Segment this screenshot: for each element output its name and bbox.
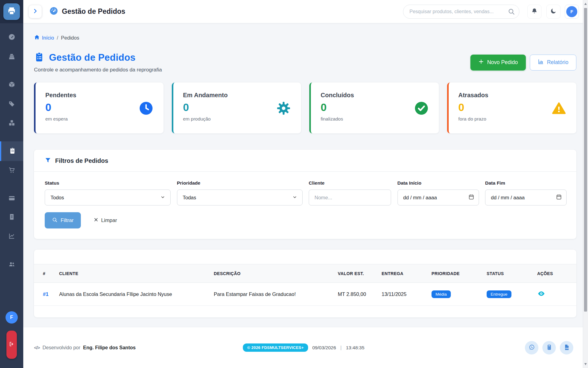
avatar: F — [566, 6, 577, 17]
app-title: Gestão de Pedidos — [62, 7, 125, 16]
content: Início / Pedidos Gestão de Pedidos Contr… — [23, 23, 588, 317]
sidebar-item-reports[interactable] — [0, 229, 23, 244]
moon-icon — [550, 8, 557, 15]
developer-name: Eng. Filipe dos Santos — [83, 345, 136, 351]
gauge-icon — [8, 33, 15, 42]
order-cliente: Alunas da Escola Secundaria FIlipe Jacin… — [59, 283, 214, 306]
app-logo-button[interactable] — [3, 3, 20, 20]
scrollbar-up-arrow[interactable] — [584, 3, 587, 5]
table-header-row: # CLIENTE DESCRIÇÃO VALOR EST. ENTREGA P… — [34, 264, 576, 283]
plus-icon — [478, 59, 484, 66]
scrollbar-down-arrow[interactable] — [584, 363, 587, 365]
app-screen: F Gestão de Pedidos — [0, 0, 588, 368]
stat-value: 0 — [458, 101, 567, 113]
clipboard-icon — [34, 52, 44, 63]
sidebar-item-sales[interactable] — [0, 163, 23, 178]
sidebar-item-customers[interactable] — [0, 257, 23, 272]
sidebar-item-products[interactable] — [0, 77, 23, 93]
sidebar-item-tags[interactable] — [0, 97, 23, 112]
filter-button[interactable]: Filtrar — [45, 212, 81, 228]
boxes-icon — [8, 119, 15, 128]
scrollbar-thumb[interactable] — [584, 8, 587, 312]
search-input[interactable] — [403, 5, 519, 19]
box-icon — [8, 81, 15, 89]
col-status: STATUS — [487, 264, 537, 283]
user-menu-button[interactable]: F — [565, 5, 579, 19]
stat-card-em-andamento: Em Andamento 0 em produção — [172, 82, 301, 133]
date-end-input[interactable]: dd / mm / aaaa — [485, 190, 567, 205]
code-icon: </> — [34, 345, 40, 350]
col-valor: VALOR EST. — [338, 264, 382, 283]
sidebar-item-orders[interactable] — [0, 141, 23, 161]
gear-icon — [277, 101, 291, 115]
page-title: Gestão de Pedidos — [49, 52, 135, 63]
stat-value: 0 — [45, 101, 154, 113]
chevron-right-icon — [32, 8, 38, 15]
orders-table-card: # CLIENTE DESCRIÇÃO VALOR EST. ENTREGA P… — [34, 250, 576, 317]
printer-icon — [7, 6, 16, 17]
col-prioridade: PRIORIDADE — [432, 264, 487, 283]
sidebar-item-categories[interactable] — [0, 116, 23, 131]
date-start-input[interactable]: dd / mm / aaaa — [398, 190, 479, 205]
whatsapp-icon — [529, 344, 535, 351]
view-order-button[interactable] — [537, 290, 545, 298]
export-pdf-button[interactable]: PDF — [560, 341, 573, 355]
logout-button[interactable] — [6, 331, 17, 359]
calculator-button[interactable] — [542, 341, 556, 355]
stat-caption: em produção — [183, 116, 292, 122]
users-icon — [8, 261, 15, 269]
priority-badge: Média — [432, 290, 451, 298]
priority-select[interactable]: Todas — [177, 190, 303, 205]
sidebar-item-payments[interactable] — [0, 191, 23, 206]
status-select[interactable]: Todos — [45, 190, 171, 205]
status-label: Status — [45, 180, 171, 186]
date-end-label: Data Fim — [485, 180, 567, 186]
sidebar-item-dashboard[interactable] — [0, 30, 23, 45]
file-pdf-icon: PDF — [564, 344, 570, 351]
page-footer: </> Desenvolvido por Eng. Filipe dos San… — [23, 327, 588, 368]
breadcrumb-home-link[interactable]: Início — [34, 34, 54, 41]
report-button[interactable]: Relatório — [530, 55, 576, 71]
client-label: Cliente — [309, 180, 391, 186]
svg-text:PDF: PDF — [565, 347, 569, 349]
calendar-icon[interactable] — [556, 194, 562, 201]
credit-card-icon — [8, 195, 15, 203]
close-icon — [94, 217, 98, 224]
calculator-icon — [546, 344, 552, 351]
col-entrega: ENTREGA — [382, 264, 432, 283]
home-icon — [34, 34, 40, 41]
vertical-scrollbar[interactable] — [583, 0, 588, 368]
stat-value: 0 — [321, 101, 429, 113]
calendar-icon[interactable] — [468, 194, 474, 201]
bar-chart-icon — [538, 59, 544, 66]
stat-caption: fora do prazo — [458, 116, 567, 122]
sidebar-item-invoices[interactable] — [0, 210, 23, 225]
client-input[interactable] — [309, 190, 391, 205]
filters-panel: Filtros de Pedidos Status Todos Priorida… — [34, 150, 576, 239]
footer-separator: | — [340, 345, 341, 351]
order-id: #1 — [34, 283, 59, 306]
clear-filters-button[interactable]: Limpar — [94, 217, 117, 224]
sidebar-toggle-button[interactable] — [29, 5, 42, 18]
gauge-icon — [50, 7, 58, 16]
breadcrumb-separator: / — [57, 35, 58, 41]
search-icon[interactable] — [508, 8, 515, 15]
filters-title: Filtros de Pedidos — [55, 157, 108, 164]
stat-value: 0 — [183, 101, 292, 113]
search-icon — [52, 217, 58, 224]
dark-mode-button[interactable] — [546, 5, 560, 19]
stat-caption: em espera — [45, 116, 154, 122]
breadcrumb: Início / Pedidos — [34, 34, 576, 41]
clock-icon — [139, 101, 153, 115]
new-order-button[interactable]: Novo Pedido — [470, 55, 526, 71]
sidebar-item-cash-register[interactable] — [0, 49, 23, 65]
whatsapp-button[interactable] — [525, 341, 538, 355]
stats-row: Pendentes 0 em espera Em Andamento 0 em … — [34, 82, 576, 133]
col-cliente: CLIENTE — [59, 264, 214, 283]
brand: Gestão de Pedidos — [50, 7, 125, 16]
notifications-button[interactable] — [527, 5, 541, 19]
footer-date: 09/03/2026 — [312, 345, 336, 351]
stat-card-atrasados: Atrasados 0 fora do prazo — [447, 82, 577, 133]
sidebar-avatar[interactable]: F — [6, 311, 18, 324]
order-descricao: Para Estampar Faixas de Graducao! — [214, 283, 338, 306]
